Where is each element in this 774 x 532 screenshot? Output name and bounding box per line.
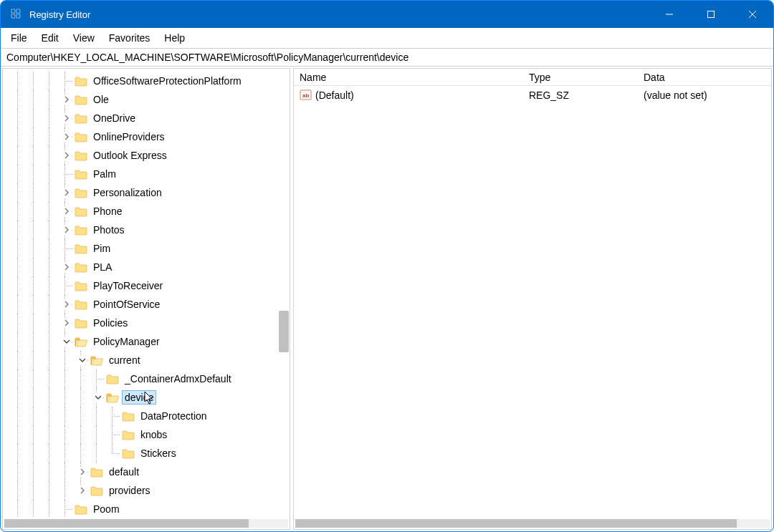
chevron-down-icon[interactable] [77, 355, 87, 365]
tree-node-label[interactable]: Policies [90, 316, 130, 330]
tree-node-label[interactable]: PlayToReceiver [90, 279, 166, 293]
tree-node[interactable]: DataProtection [3, 407, 290, 425]
tree-node-label[interactable]: default [106, 465, 142, 479]
tree-node-label[interactable]: OfficeSoftwareProtectionPlatform [90, 74, 244, 88]
folder-icon [75, 95, 87, 105]
tree-node[interactable]: Phone [3, 202, 290, 221]
tree-node-label[interactable]: providers [106, 483, 153, 498]
chevron-right-icon[interactable] [77, 467, 87, 477]
tree-node[interactable]: OneDrive [3, 109, 290, 127]
chevron-down-icon[interactable] [62, 337, 72, 347]
tree-node[interactable]: PLA [3, 258, 290, 276]
tree-node[interactable]: PointOfService [3, 295, 290, 314]
menu-file[interactable]: File [4, 30, 34, 46]
tree-node-label[interactable]: Stickers [138, 446, 179, 460]
folder-icon [75, 132, 87, 142]
chevron-right-icon[interactable] [62, 150, 72, 160]
svg-rect-5 [708, 11, 715, 18]
horizontal-scrollbar-right[interactable] [294, 518, 771, 529]
tree-node[interactable]: Poom [3, 500, 290, 518]
maximize-button[interactable] [690, 1, 732, 28]
tree-node-label[interactable]: Phone [90, 204, 125, 218]
tree-node-label[interactable]: PLA [90, 260, 115, 274]
tree-node[interactable]: OnlineProviders [3, 127, 290, 146]
chevron-right-icon[interactable] [62, 318, 72, 328]
minimize-button[interactable] [649, 1, 690, 28]
menu-view[interactable]: View [66, 30, 102, 46]
values-pane: Name Type Data ab(Default)REG_SZ(value n… [293, 68, 772, 530]
tree-node[interactable]: current [3, 351, 290, 369]
close-button[interactable] [732, 1, 773, 28]
string-value-icon: ab [300, 89, 312, 102]
window-title: Registry Editor [29, 9, 649, 20]
tree-node[interactable]: Outlook Express [3, 146, 290, 165]
chevron-right-icon[interactable] [62, 113, 72, 123]
column-type[interactable]: Type [523, 72, 638, 83]
tree-node-label[interactable]: Palm [90, 167, 119, 181]
values-list[interactable]: ab(Default)REG_SZ(value not set) [294, 86, 771, 518]
chevron-right-icon[interactable] [62, 225, 72, 235]
tree-node[interactable]: Ole [3, 90, 290, 109]
tree-node-label[interactable]: PointOfService [90, 297, 163, 311]
chevron-right-icon[interactable] [62, 132, 72, 142]
address-bar[interactable]: Computer\HKEY_LOCAL_MACHINE\SOFTWARE\Mic… [1, 48, 773, 67]
chevron-right-icon[interactable] [62, 95, 72, 105]
menu-favorites[interactable]: Favorites [102, 30, 158, 46]
tree-node-label[interactable]: knobs [138, 427, 170, 442]
tree-node-label[interactable]: DataProtection [138, 409, 210, 423]
tree-node-label[interactable]: Pim [90, 241, 113, 256]
chevron-right-icon[interactable] [62, 206, 72, 216]
vertical-scrollbar-thumb[interactable] [279, 311, 289, 352]
tree-node-label[interactable]: Personalization [90, 185, 165, 200]
registry-tree[interactable]: OfficeSoftwareProtectionPlatformOleOneDr… [3, 69, 290, 518]
tree-node-label[interactable]: device [122, 390, 156, 405]
tree-node[interactable]: _ContainerAdmxDefault [3, 369, 290, 388]
chevron-right-icon[interactable] [62, 188, 72, 198]
app-icon [11, 9, 22, 20]
title-bar[interactable]: Registry Editor [1, 1, 773, 28]
tree-node[interactable]: Photos [3, 221, 290, 239]
tree-node[interactable]: Palm [3, 165, 290, 183]
tree-node[interactable]: device [3, 388, 290, 407]
column-data[interactable]: Data [638, 72, 771, 83]
menu-help[interactable]: Help [157, 30, 192, 46]
column-name[interactable]: Name [294, 72, 523, 83]
chevron-down-icon[interactable] [93, 392, 103, 402]
chevron-right-icon[interactable] [62, 299, 72, 309]
content-panes: OfficeSoftwareProtectionPlatformOleOneDr… [1, 67, 773, 531]
folder-icon [75, 281, 87, 291]
value-row[interactable]: ab(Default)REG_SZ(value not set) [294, 86, 771, 105]
value-name: (Default) [315, 90, 354, 101]
svg-rect-0 [11, 9, 15, 13]
menu-edit[interactable]: Edit [34, 30, 66, 46]
tree-node[interactable]: providers [3, 481, 290, 500]
tree-node-label[interactable]: _ContainerAdmxDefault [122, 372, 234, 386]
value-type: REG_SZ [523, 90, 638, 101]
tree-node[interactable]: PolicyManager [3, 332, 290, 351]
tree-node[interactable]: Pim [3, 239, 290, 258]
tree-node-label[interactable]: current [106, 353, 143, 367]
tree-node[interactable]: default [3, 463, 290, 481]
folder-icon [122, 430, 135, 440]
tree-node-label[interactable]: Ole [90, 92, 112, 107]
tree-node-label[interactable]: OnlineProviders [90, 130, 168, 144]
tree-node-label[interactable]: PolicyManager [90, 334, 163, 349]
tree-node-label[interactable]: Photos [90, 223, 128, 237]
window-controls [649, 1, 773, 28]
tree-node[interactable]: PlayToReceiver [3, 276, 290, 295]
tree-node-label[interactable]: OneDrive [90, 111, 138, 125]
folder-icon [75, 299, 87, 310]
tree-node-label[interactable]: Outlook Express [90, 148, 170, 163]
tree-node-label[interactable]: Poom [90, 502, 123, 516]
tree-node[interactable]: knobs [3, 425, 290, 444]
horizontal-scrollbar-left[interactable] [3, 518, 290, 529]
tree-node[interactable]: Policies [3, 314, 290, 332]
svg-rect-3 [16, 14, 20, 18]
chevron-right-icon[interactable] [77, 485, 87, 495]
folder-icon [75, 76, 87, 87]
tree-node[interactable]: Stickers [3, 444, 290, 463]
tree-node[interactable]: OfficeSoftwareProtectionPlatform [3, 72, 290, 90]
tree-node[interactable]: Personalization [3, 183, 290, 202]
chevron-right-icon[interactable] [62, 262, 72, 272]
folder-open-icon [75, 337, 87, 347]
